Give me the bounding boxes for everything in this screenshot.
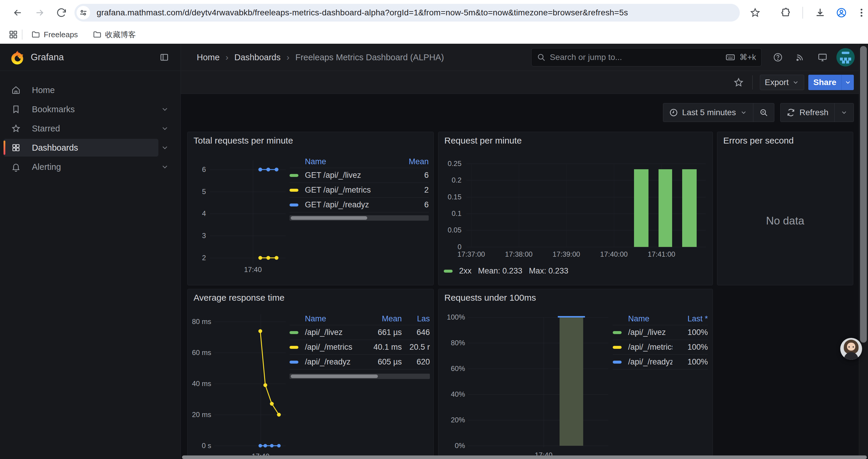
- x-tick: 17:41:00: [638, 250, 685, 258]
- col-mean[interactable]: Mean: [393, 157, 429, 166]
- bar-2xx[interactable]: [658, 169, 672, 247]
- main-header: Home › Dashboards › Freeleaps Metrics Da…: [181, 44, 868, 71]
- line-chart[interactable]: [199, 319, 294, 450]
- legend-row[interactable]: GET /api/_/readyz 6: [289, 198, 429, 212]
- forward-icon[interactable]: [34, 7, 45, 18]
- sidebar-item-label: Starred: [32, 124, 60, 133]
- bar-2xx[interactable]: [634, 169, 649, 247]
- time-range-picker[interactable]: Last 5 minutes: [663, 103, 753, 122]
- bookmark-star-icon[interactable]: [750, 7, 761, 18]
- legend-row[interactable]: GET /api/_/metrics 2: [289, 183, 429, 198]
- panel-title[interactable]: Total requests per minute: [193, 136, 293, 145]
- sidebar-item-home[interactable]: Home: [4, 81, 158, 99]
- breadcrumb-dashboards[interactable]: Dashboards: [234, 53, 280, 62]
- series-name: /api/_/readyz: [628, 357, 673, 366]
- zoom-out-button[interactable]: [753, 103, 774, 122]
- chevron-down-icon: [792, 79, 799, 86]
- search-shortcut: ⌘+k: [740, 53, 756, 62]
- y-tick: 0.15: [441, 193, 462, 201]
- grafana-logo[interactable]: [10, 50, 25, 65]
- series-top-line: [558, 316, 585, 318]
- sidebar-item-bookmarks[interactable]: Bookmarks: [4, 100, 158, 118]
- refresh-button[interactable]: Refresh: [780, 103, 834, 122]
- series-color-metrics: [289, 189, 299, 192]
- url-bar[interactable]: grafana.mathmast.com/d/deytv4rwavabkb/fr…: [74, 4, 740, 22]
- series-mean: 661 µs: [363, 328, 402, 337]
- vertical-scrollbar-thumb[interactable]: [860, 46, 867, 342]
- search-input[interactable]: Search or jump to... ⌘+k: [531, 48, 762, 66]
- col-last[interactable]: Las: [402, 314, 430, 323]
- panel-errors-per-second: Errors per second No data: [717, 132, 853, 285]
- sidebar-item-starred[interactable]: Starred: [4, 120, 158, 137]
- col-mean[interactable]: Mean: [363, 314, 402, 323]
- col-name[interactable]: Name: [305, 157, 393, 166]
- help-icon[interactable]: [773, 52, 783, 62]
- news-rss-icon[interactable]: [795, 52, 805, 62]
- chevron-down-icon[interactable]: [161, 124, 169, 133]
- profile-icon[interactable]: [836, 7, 847, 18]
- legend-row[interactable]: /api/_/metrics 40.1 ms 20.5 r: [289, 340, 430, 355]
- apps-grid-icon[interactable]: [8, 30, 18, 40]
- url-text: grafana.mathmast.com/d/deytv4rwavabkb/fr…: [97, 8, 628, 18]
- legend-scrollbar[interactable]: [289, 374, 430, 379]
- panel-title[interactable]: Errors per second: [723, 136, 794, 145]
- share-button[interactable]: Share: [808, 75, 841, 90]
- export-button[interactable]: Export: [760, 75, 804, 90]
- site-info-icon[interactable]: [76, 6, 90, 20]
- monitor-icon[interactable]: [817, 52, 828, 62]
- panel-title[interactable]: Average response time: [193, 293, 284, 303]
- line-chart[interactable]: [205, 159, 288, 271]
- y-tick: 0.05: [441, 227, 462, 234]
- chevron-down-icon[interactable]: [161, 143, 169, 152]
- sidebar-toggle-icon[interactable]: [159, 53, 169, 62]
- series-name: /api/_/metrics: [628, 342, 673, 352]
- bookmark-folder-blogs[interactable]: 收藏博客: [88, 27, 141, 42]
- col-name[interactable]: Name: [305, 314, 363, 323]
- legend-row[interactable]: /api/_/metrics 100%: [613, 340, 708, 355]
- series-name: /api/_/livez: [628, 328, 673, 337]
- breadcrumb-home[interactable]: Home: [197, 53, 219, 62]
- legend-row[interactable]: GET /api/_/livez 6: [289, 168, 429, 183]
- avatar-eye: [848, 346, 850, 348]
- sidebar-item-alerting[interactable]: Alerting: [4, 158, 158, 176]
- panel-total-requests: Total requests per minute 6 5 4 3 2 17:4…: [187, 132, 434, 285]
- legend-header: Name Mean Las: [289, 313, 430, 325]
- horizontal-scrollbar-thumb[interactable]: [182, 455, 867, 459]
- series-color-readyz: [289, 361, 299, 364]
- legend-scrollbar[interactable]: [289, 215, 429, 221]
- series-name: /api/_/livez: [305, 328, 363, 337]
- download-icon[interactable]: [815, 7, 826, 18]
- legend-row[interactable]: /api/_/readyz 605 µs 620: [289, 355, 430, 369]
- area-fill[interactable]: [560, 317, 583, 446]
- series-color-livez: [289, 331, 299, 334]
- legend-inline[interactable]: 2xx Mean: 0.233 Max: 0.233: [444, 266, 568, 275]
- y-tick: 20%: [440, 417, 465, 424]
- export-label: Export: [765, 78, 789, 87]
- legend-row[interactable]: /api/_/livez 100%: [613, 325, 708, 340]
- bookmark-folder-freeleaps[interactable]: Freeleaps: [27, 28, 83, 42]
- back-icon[interactable]: [12, 7, 23, 18]
- panel-title[interactable]: Request per minute: [444, 136, 522, 145]
- legend-row[interactable]: /api/_/livez 661 µs 646: [289, 325, 430, 340]
- share-dropdown-button[interactable]: [841, 75, 854, 90]
- col-last[interactable]: Last *: [673, 314, 708, 323]
- browser-menu-icon[interactable]: [856, 7, 867, 18]
- col-name[interactable]: Name: [628, 314, 673, 323]
- user-avatar[interactable]: [836, 48, 855, 66]
- assistant-avatar-widget[interactable]: [840, 338, 862, 360]
- refresh-interval-dropdown[interactable]: [834, 103, 854, 122]
- sidebar-item-label: Bookmarks: [32, 104, 75, 114]
- sidebar-item-dashboards[interactable]: Dashboards: [4, 139, 158, 157]
- panel-request-per-minute: Request per minute 0.25 0.2 0.15 0.1 0.0…: [438, 132, 713, 285]
- panel-title[interactable]: Requests under 100ms: [444, 293, 536, 303]
- extensions-icon[interactable]: [780, 7, 791, 18]
- panel-requests-under-100ms: Requests under 100ms 100% 80% 60% 40% 20…: [438, 289, 713, 459]
- chevron-down-icon[interactable]: [161, 163, 169, 171]
- panel-avg-response-time: Average response time 80 ms 60 ms 40 ms …: [187, 289, 434, 459]
- favorite-star-icon[interactable]: [733, 77, 744, 88]
- y-tick: 60%: [440, 365, 465, 372]
- reload-icon[interactable]: [56, 7, 67, 18]
- bar-2xx[interactable]: [682, 169, 696, 247]
- legend-row[interactable]: /api/_/readyz 100%: [613, 355, 708, 369]
- chevron-down-icon[interactable]: [161, 105, 169, 113]
